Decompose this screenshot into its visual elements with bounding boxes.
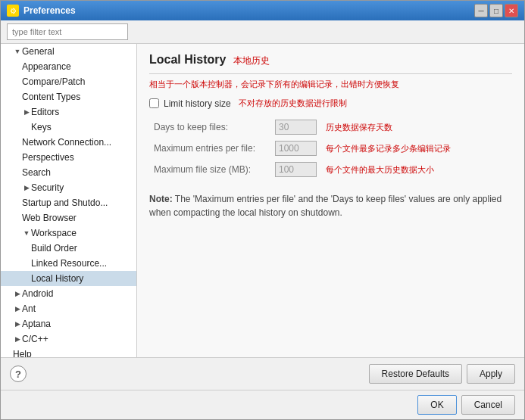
expand-icon xyxy=(22,183,31,192)
ok-cancel-bar: OK Cancel xyxy=(1,390,524,419)
sidebar-tree: General Appearance Compare/Patch Content… xyxy=(1,44,137,357)
detail-title-cn: 本地历史 xyxy=(233,54,270,67)
max-entries-input[interactable] xyxy=(275,141,317,156)
window-title: Preferences xyxy=(23,5,76,16)
cancel-button[interactable]: Cancel xyxy=(461,395,515,415)
table-row: Days to keep files: 历史数据保存天数 xyxy=(149,117,512,138)
sidebar-item-network-connection[interactable]: Network Connection... xyxy=(1,135,136,150)
expand-icon xyxy=(13,319,22,328)
settings-table: Days to keep files: 历史数据保存天数 Maximum ent… xyxy=(149,117,512,180)
sidebar-item-keys[interactable]: Keys xyxy=(1,120,136,135)
sidebar-item-web-browser[interactable]: Web Browser xyxy=(1,210,136,226)
help-button[interactable]: ? xyxy=(10,366,27,382)
sidebar-item-help[interactable]: Help xyxy=(1,347,136,357)
max-entries-value-cell xyxy=(270,138,321,159)
days-cn: 历史数据保存天数 xyxy=(321,117,512,138)
sidebar-item-android[interactable]: Android xyxy=(1,286,136,301)
note-label: Note: xyxy=(149,194,173,204)
sidebar-item-editors[interactable]: Editors xyxy=(1,104,136,120)
max-size-cn: 每个文件的最大历史数据大小 xyxy=(321,159,512,180)
limit-history-checkbox-row: Limit history size 不对存放的历史数据进行限制 xyxy=(149,98,512,109)
max-entries-cn: 每个文件最多记录多少条编辑记录 xyxy=(321,138,512,159)
close-button[interactable]: ✕ xyxy=(505,4,518,17)
expand-icon xyxy=(13,47,22,56)
ok-button[interactable]: OK xyxy=(417,395,456,415)
expand-icon xyxy=(13,334,22,344)
table-row: Maximum entries per file: 每个文件最多记录多少条编辑记… xyxy=(149,138,512,159)
expand-icon xyxy=(13,304,22,313)
days-label: Days to keep files: xyxy=(149,117,270,138)
expand-icon xyxy=(13,289,22,298)
bottom-bar: ? Restore Defaults Apply xyxy=(1,357,524,390)
max-size-value-cell xyxy=(270,159,321,180)
apply-button[interactable]: Apply xyxy=(467,364,515,384)
filter-toolbar xyxy=(1,20,524,44)
expand-icon xyxy=(22,229,31,238)
sidebar-item-workspace[interactable]: Workspace xyxy=(1,226,136,241)
bottom-right: Restore Defaults Apply xyxy=(369,364,515,384)
sidebar-item-compare-patch[interactable]: Compare/Patch xyxy=(1,74,136,89)
sidebar-item-appearance[interactable]: Appearance xyxy=(1,59,136,74)
window-icon: ⚙ xyxy=(7,5,19,17)
minimize-button[interactable]: ─ xyxy=(474,4,488,17)
sidebar-item-general[interactable]: General xyxy=(1,44,136,59)
max-size-label: Maximum file size (MB): xyxy=(149,159,270,180)
sidebar-item-cpp[interactable]: C/C++ xyxy=(1,331,136,347)
sidebar-item-aptana[interactable]: Aptana xyxy=(1,316,136,331)
days-value-cell xyxy=(270,117,321,138)
sidebar-item-content-types[interactable]: Content Types xyxy=(1,89,136,104)
sidebar-item-local-history[interactable]: Local History xyxy=(1,271,136,286)
days-input[interactable] xyxy=(275,120,317,135)
sidebar-item-build-order[interactable]: Build Order xyxy=(1,241,136,256)
note-text: The 'Maximum entries per file' and the '… xyxy=(149,194,502,218)
filter-input[interactable] xyxy=(7,23,128,40)
detail-panel: Local History 本地历史 相当于一个版本控制器，会记录下所有的编辑记… xyxy=(137,44,524,357)
note-box: Note: The 'Maximum entries per file' and… xyxy=(149,192,512,219)
sidebar-item-perspectives[interactable]: Perspectives xyxy=(1,150,136,165)
sidebar-item-linked-resource[interactable]: Linked Resource... xyxy=(1,256,136,271)
detail-header: Local History 本地历史 xyxy=(149,53,512,74)
restore-defaults-button[interactable]: Restore Defaults xyxy=(369,364,462,384)
title-bar: ⚙ Preferences ─ □ ✕ xyxy=(1,1,524,20)
max-entries-label: Maximum entries per file: xyxy=(149,138,270,159)
maximize-button[interactable]: □ xyxy=(489,4,503,17)
main-content: General Appearance Compare/Patch Content… xyxy=(1,44,524,357)
limit-history-label: Limit history size xyxy=(164,98,231,109)
bottom-left: ? xyxy=(10,366,27,382)
window-controls: ─ □ ✕ xyxy=(474,4,518,17)
sidebar-item-ant[interactable]: Ant xyxy=(1,301,136,316)
sidebar-item-security[interactable]: Security xyxy=(1,180,136,195)
limit-history-cn: 不对存放的历史数据进行限制 xyxy=(239,98,347,109)
preferences-window: ⚙ Preferences ─ □ ✕ General Appearance C… xyxy=(0,0,525,420)
sidebar-item-startup-shutdown[interactable]: Startup and Shutdo... xyxy=(1,195,136,210)
detail-description-cn: 相当于一个版本控制器，会记录下所有的编辑记录，出错时方便恢复 xyxy=(149,79,512,90)
max-size-input[interactable] xyxy=(275,162,317,177)
expand-icon xyxy=(22,107,31,117)
table-row: Maximum file size (MB): 每个文件的最大历史数据大小 xyxy=(149,159,512,180)
detail-title: Local History xyxy=(149,53,226,67)
sidebar-item-search[interactable]: Search xyxy=(1,165,136,180)
limit-history-checkbox[interactable] xyxy=(149,98,159,108)
